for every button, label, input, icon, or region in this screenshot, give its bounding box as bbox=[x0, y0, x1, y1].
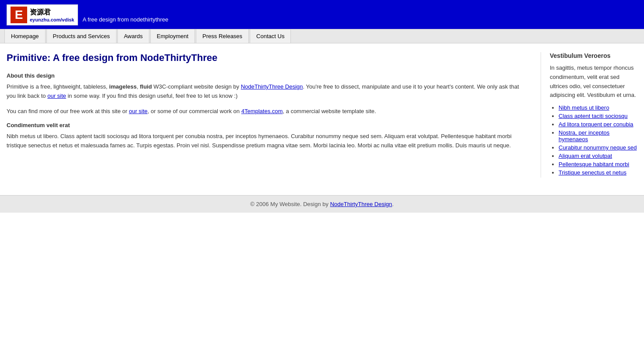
nodethirtythree-link[interactable]: NodeThirtyThree Design bbox=[241, 83, 303, 90]
nav-item-employment[interactable]: Employment bbox=[150, 29, 195, 43]
nav-item-press-releases[interactable]: Press Releases bbox=[196, 29, 249, 43]
sidebar-list-item: Nostra, per inceptos hymenaeos bbox=[559, 129, 637, 142]
logo-line2: eyunzhu.com/vdisk bbox=[30, 17, 74, 22]
nav-item-contact-us[interactable]: Contact Us bbox=[250, 29, 291, 43]
logo-box: E 资源君 eyunzhu.com/vdisk bbox=[7, 4, 78, 25]
para1-bold2: fluid bbox=[140, 83, 152, 90]
page-title: Primitive: A free design from NodeThirty… bbox=[7, 52, 527, 64]
sidebar-link[interactable]: Ad litora torquent per conubia bbox=[559, 121, 633, 128]
logo-line1: 资源君 bbox=[30, 8, 74, 17]
para1-start: Primitive is a free, lightweight, tablel… bbox=[7, 83, 109, 90]
sidebar-list-item: Pellentesque habitant morbi bbox=[559, 161, 637, 167]
para2-end: , a commercial website template site. bbox=[283, 108, 376, 114]
nav-item-homepage[interactable]: Homepage bbox=[4, 29, 46, 43]
footer-text-after: . bbox=[392, 201, 394, 207]
sidebar-link[interactable]: Nostra, per inceptos hymenaeos bbox=[559, 129, 609, 142]
section2-heading: Condimentum velit erat bbox=[7, 122, 527, 128]
header-subtitle: A free design from nodethirtythree bbox=[82, 16, 168, 23]
sidebar-link[interactable]: Nibh metus ut libero bbox=[559, 104, 609, 111]
sidebar: Vestibulum Veroeros In sagittis, metus t… bbox=[541, 52, 637, 178]
sidebar-list-item: Nibh metus ut libero bbox=[559, 104, 637, 111]
para1-end2: in some way. If you find this design use… bbox=[66, 93, 237, 99]
section2-para: Nibh metus ut libero. Class aptent tacit… bbox=[7, 132, 527, 150]
footer: © 2006 My Website. Design by NodeThirtyT… bbox=[0, 195, 644, 213]
content-wrapper: Primitive: A free design from NodeThirty… bbox=[0, 43, 644, 186]
sidebar-para: In sagittis, metus tempor rhoncus condim… bbox=[550, 64, 637, 100]
footer-link[interactable]: NodeThirtyThree Design bbox=[330, 201, 392, 207]
para2-mid: , or some of our commercial work on bbox=[148, 108, 241, 114]
sidebar-link[interactable]: Aliquam erat volutpat bbox=[559, 153, 612, 159]
nav-item-products-and-services[interactable]: Products and Services bbox=[46, 29, 117, 43]
section1-para2: You can find more of our free work at th… bbox=[7, 107, 527, 116]
logo-text: 资源君 eyunzhu.com/vdisk bbox=[30, 8, 74, 22]
main-content: Primitive: A free design from NodeThirty… bbox=[7, 52, 541, 178]
sidebar-link[interactable]: Class aptent taciti sociosqu bbox=[559, 113, 628, 119]
our-site-link2[interactable]: our site bbox=[129, 108, 148, 114]
header: E 资源君 eyunzhu.com/vdisk A free design fr… bbox=[0, 0, 644, 29]
footer-text-before: © 2006 My Website. Design by bbox=[250, 201, 330, 207]
section1-para1: Primitive is a free, lightweight, tablel… bbox=[7, 82, 527, 101]
sidebar-list-item: Ad litora torquent per conubia bbox=[559, 121, 637, 128]
para1-mid: W3C-compliant website design by bbox=[152, 83, 241, 90]
sidebar-links-list: Nibh metus ut liberoClass aptent taciti … bbox=[550, 104, 637, 176]
sidebar-link[interactable]: Curabitur nonummy neque sed bbox=[559, 144, 637, 151]
para2-start: You can find more of our free work at th… bbox=[7, 108, 129, 114]
sidebar-list-item: Curabitur nonummy neque sed bbox=[559, 144, 637, 151]
sidebar-list-item: Tristique senectus et netus bbox=[559, 169, 637, 176]
nav-item-awards[interactable]: Awards bbox=[117, 29, 149, 43]
our-site-link1[interactable]: our site bbox=[47, 93, 66, 99]
4templates-link[interactable]: 4Templates.com bbox=[241, 108, 283, 114]
para1-bold1: imageless bbox=[109, 83, 137, 90]
sidebar-list-item: Aliquam erat volutpat bbox=[559, 153, 637, 159]
sidebar-link[interactable]: Pellentesque habitant morbi bbox=[559, 161, 629, 167]
sidebar-heading: Vestibulum Veroeros bbox=[550, 52, 637, 59]
section1-heading: About this design bbox=[7, 72, 527, 79]
logo-e-letter: E bbox=[11, 7, 27, 23]
navigation: HomepageProducts and ServicesAwardsEmplo… bbox=[0, 29, 644, 43]
sidebar-list-item: Class aptent taciti sociosqu bbox=[559, 113, 637, 119]
sidebar-link[interactable]: Tristique senectus et netus bbox=[559, 169, 626, 176]
